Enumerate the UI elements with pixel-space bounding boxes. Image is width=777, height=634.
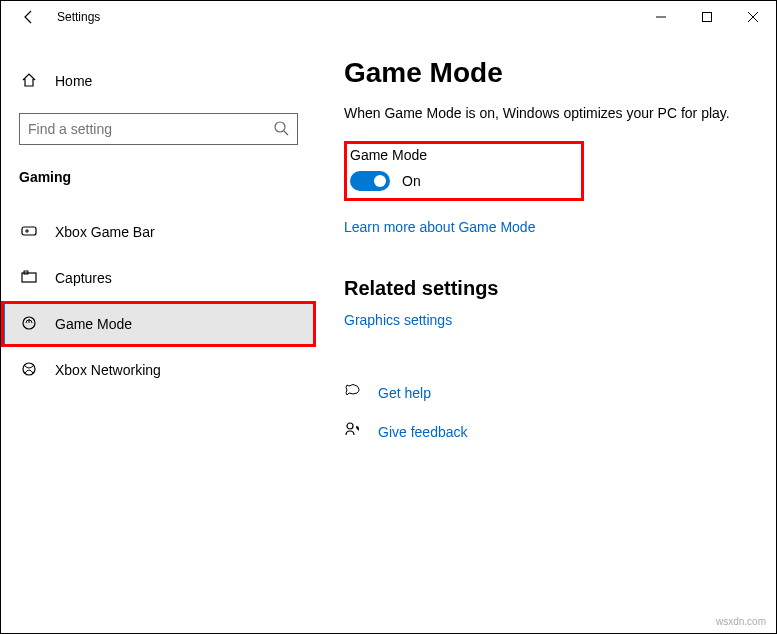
game-mode-toggle-section: Game Mode On — [344, 141, 584, 201]
captures-icon — [19, 269, 39, 288]
sidebar-item-xbox-networking[interactable]: Xbox Networking — [1, 347, 316, 393]
page-description: When Game Mode is on, Windows optimizes … — [344, 105, 748, 121]
home-icon — [19, 72, 39, 91]
game-mode-toggle[interactable] — [350, 171, 390, 191]
sidebar-item-xbox-game-bar[interactable]: Xbox Game Bar — [1, 209, 316, 255]
game-bar-icon — [19, 223, 39, 242]
category-header: Gaming — [19, 169, 298, 185]
svg-rect-1 — [703, 13, 712, 22]
svg-point-13 — [23, 363, 35, 375]
sidebar-item-game-mode[interactable]: Game Mode — [1, 301, 316, 347]
toggle-label: Game Mode — [350, 147, 578, 163]
toggle-status: On — [402, 173, 421, 189]
feedback-icon — [344, 421, 368, 442]
sidebar-item-label: Captures — [55, 270, 112, 286]
sidebar-item-label: Xbox Game Bar — [55, 224, 155, 240]
give-feedback-link[interactable]: Give feedback — [378, 424, 468, 440]
home-button[interactable]: Home — [1, 61, 316, 101]
page-title: Game Mode — [344, 57, 748, 89]
close-button[interactable] — [730, 1, 776, 33]
search-box[interactable] — [19, 113, 298, 145]
related-settings-header: Related settings — [344, 277, 748, 300]
sidebar-item-label: Xbox Networking — [55, 362, 161, 378]
svg-point-4 — [275, 122, 285, 132]
game-mode-icon — [19, 315, 39, 334]
search-icon — [273, 120, 289, 139]
svg-point-14 — [347, 423, 353, 429]
get-help-link[interactable]: Get help — [378, 385, 431, 401]
sidebar-item-label: Game Mode — [55, 316, 132, 332]
back-button[interactable] — [13, 1, 45, 33]
main-content: Game Mode When Game Mode is on, Windows … — [316, 33, 776, 633]
watermark: wsxdn.com — [716, 616, 766, 627]
minimize-button[interactable] — [638, 1, 684, 33]
maximize-button[interactable] — [684, 1, 730, 33]
sidebar: Home Gaming Xbox Game Bar Captures — [1, 33, 316, 633]
xbox-icon — [19, 361, 39, 380]
help-icon — [344, 382, 368, 403]
svg-line-5 — [284, 131, 288, 135]
window-title: Settings — [57, 10, 100, 24]
graphics-settings-link[interactable]: Graphics settings — [344, 312, 452, 328]
give-feedback-row: Give feedback — [344, 421, 748, 442]
get-help-row: Get help — [344, 382, 748, 403]
home-label: Home — [55, 73, 92, 89]
search-input[interactable] — [28, 121, 273, 137]
window-controls — [638, 1, 776, 33]
sidebar-item-captures[interactable]: Captures — [1, 255, 316, 301]
learn-more-link[interactable]: Learn more about Game Mode — [344, 219, 748, 235]
